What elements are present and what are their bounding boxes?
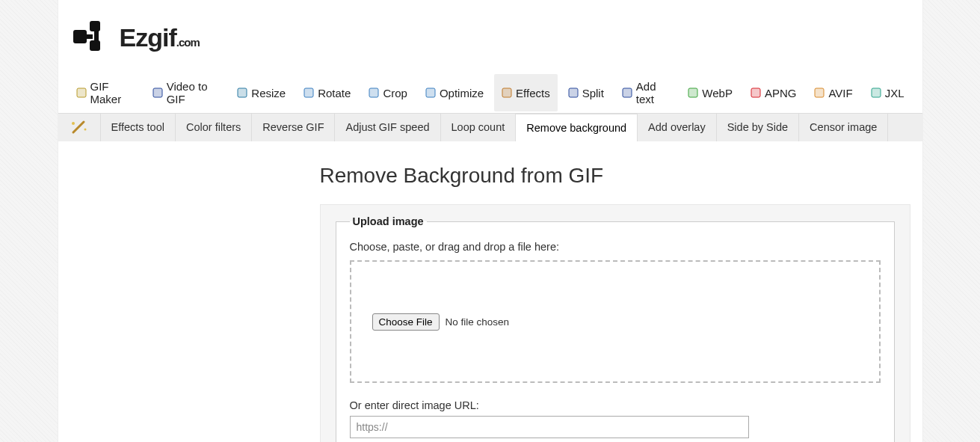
svg-point-20 [84, 128, 86, 130]
primary-nav-item[interactable]: JXL [863, 74, 912, 111]
sub-nav-tab[interactable]: Censor image [799, 114, 888, 141]
logo-mark-icon [73, 21, 114, 54]
primary-nav-item[interactable]: Crop [361, 74, 415, 111]
primary-nav-item[interactable]: APNG [743, 74, 804, 111]
sub-nav-tab[interactable]: Adjust GIF speed [335, 114, 440, 141]
primary-nav-item[interactable]: Add text [614, 74, 677, 111]
nav-icon [237, 88, 247, 98]
primary-nav-item[interactable]: Video to GIF [145, 74, 227, 111]
nav-label: AVIF [828, 87, 852, 99]
primary-nav-item[interactable]: Optimize [418, 74, 491, 111]
choose-file-button[interactable]: Choose File [372, 313, 440, 331]
upload-panel: Upload image Choose, paste, or drag and … [320, 204, 910, 442]
nav-label: Resize [251, 87, 286, 99]
svg-line-18 [73, 122, 84, 132]
nav-label: Optimize [440, 87, 484, 99]
svg-rect-15 [751, 88, 760, 97]
nav-label: APNG [765, 87, 797, 99]
nav-icon [369, 88, 379, 98]
svg-rect-8 [304, 88, 313, 97]
nav-label: Crop [383, 87, 407, 99]
wand-icon [58, 114, 100, 141]
page-title: Remove Background from GIF [320, 164, 922, 188]
svg-rect-12 [569, 88, 578, 97]
sub-nav-tab[interactable]: Add overlay [638, 114, 717, 141]
nav-label: Rotate [318, 87, 351, 99]
svg-rect-10 [426, 88, 435, 97]
primary-nav-item[interactable]: GIF Maker [69, 74, 142, 111]
sub-nav-tab[interactable]: Color filters [176, 114, 252, 141]
primary-nav-item[interactable]: Split [561, 74, 611, 111]
nav-icon [568, 88, 579, 98]
primary-nav-item[interactable]: Resize [229, 74, 293, 111]
svg-rect-13 [623, 88, 632, 97]
upload-legend: Upload image [350, 215, 427, 227]
primary-nav-item[interactable]: AVIF [807, 74, 860, 111]
nav-icon [688, 88, 698, 98]
svg-rect-4 [94, 28, 99, 45]
site-logo[interactable]: Ezgif.com [73, 21, 200, 54]
sub-nav-tab[interactable]: Remove background [516, 114, 638, 141]
primary-nav-item[interactable]: WebP [680, 74, 740, 111]
primary-nav-item[interactable]: Effects [494, 74, 558, 111]
primary-nav-item[interactable]: Rotate [296, 74, 358, 111]
svg-rect-7 [238, 88, 247, 97]
svg-rect-17 [872, 88, 881, 97]
file-status-text: No file chosen [446, 316, 510, 328]
svg-rect-16 [815, 88, 824, 97]
file-instructions: Choose, paste, or drag and drop a file h… [350, 241, 881, 253]
primary-nav: GIF MakerVideo to GIFResizeRotateCropOpt… [58, 74, 922, 111]
nav-label: Split [582, 87, 604, 99]
svg-point-19 [72, 122, 75, 125]
nav-icon [814, 88, 825, 98]
nav-icon [502, 88, 512, 98]
sub-nav-tab[interactable]: Loop count [441, 114, 517, 141]
sub-nav-tab[interactable]: Effects tool [100, 114, 176, 141]
image-url-input[interactable] [350, 416, 749, 438]
nav-icon [871, 88, 881, 98]
svg-rect-11 [502, 88, 511, 97]
nav-label: Effects [516, 87, 550, 99]
nav-icon [751, 88, 761, 98]
svg-rect-14 [688, 88, 697, 97]
svg-rect-6 [153, 88, 162, 97]
sub-nav: Effects toolColor filtersReverse GIFAdju… [58, 113, 922, 141]
sub-nav-tab[interactable]: Reverse GIF [252, 114, 335, 141]
nav-icon [152, 88, 163, 98]
logo-text: Ezgif.com [120, 23, 200, 52]
nav-label: GIF Maker [90, 80, 135, 105]
nav-label: Add text [636, 80, 670, 105]
upload-fieldset: Upload image Choose, paste, or drag and … [336, 215, 895, 442]
svg-rect-9 [369, 88, 378, 97]
nav-label: JXL [885, 87, 905, 99]
nav-icon [303, 88, 314, 98]
svg-rect-5 [77, 88, 86, 97]
file-dropzone[interactable]: Choose File No file chosen [350, 260, 881, 383]
nav-icon [622, 88, 632, 98]
nav-label: Video to GIF [167, 80, 220, 105]
nav-icon [425, 88, 436, 98]
nav-label: WebP [702, 87, 733, 99]
nav-icon [76, 88, 87, 98]
url-label: Or enter direct image URL: [350, 399, 881, 411]
svg-rect-3 [82, 34, 93, 39]
sub-nav-tab[interactable]: Side by Side [717, 114, 799, 141]
